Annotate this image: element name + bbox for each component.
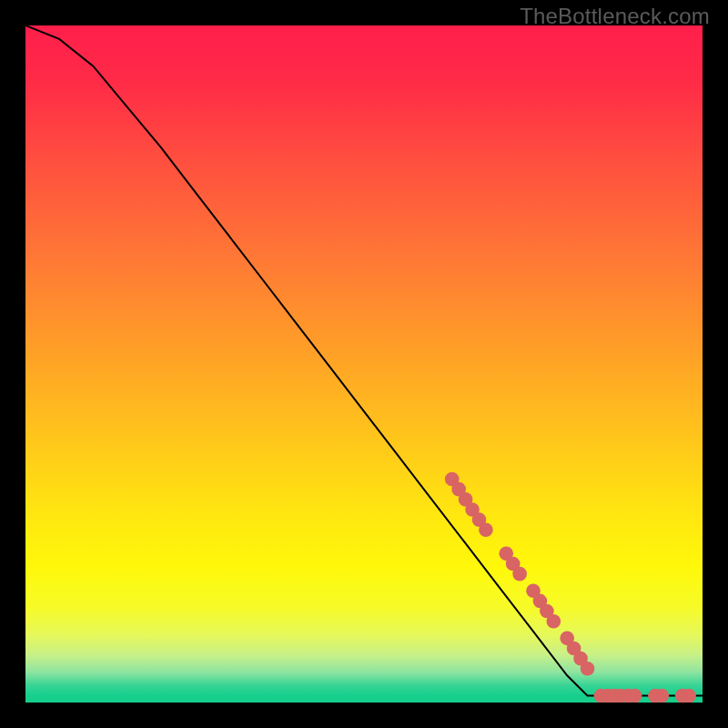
highlight-dot <box>628 689 642 703</box>
highlight-dot <box>512 567 527 581</box>
highlight-dot <box>547 614 561 629</box>
highlight-dot <box>682 689 696 703</box>
plot-area <box>25 25 703 703</box>
highlight-dot <box>655 689 670 703</box>
plot-overlay-svg <box>25 25 703 703</box>
highlight-dots-group <box>445 472 696 703</box>
watermark-text: TheBottleneck.com <box>520 4 710 29</box>
highlight-dot <box>581 662 595 676</box>
chart-frame: TheBottleneck.com <box>0 0 728 728</box>
curve-line <box>25 25 703 696</box>
highlight-dot <box>479 522 493 537</box>
